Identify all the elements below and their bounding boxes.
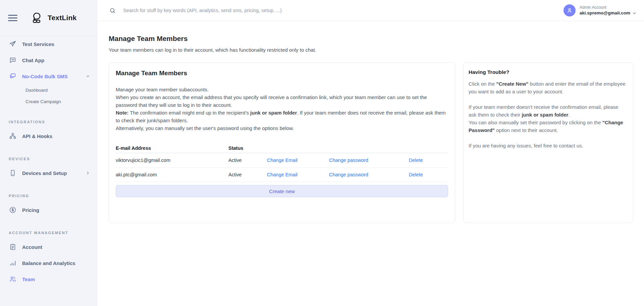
account-menu[interactable]: Admin Account aki.spremo@gmail.com: [564, 4, 637, 16]
help-text: option next to their account.: [495, 127, 558, 133]
sidebar-item-pricing[interactable]: Pricing: [0, 202, 97, 218]
chevron-right-icon: [86, 171, 90, 175]
search-icon: [109, 7, 116, 14]
sidebar-item-api-hooks[interactable]: API & Hooks: [0, 128, 97, 144]
hamburger-menu-icon[interactable]: [8, 13, 17, 23]
sidebar-item-chat-app[interactable]: Chat App: [0, 52, 97, 68]
sidebar-section-pricing: PRICING: [9, 194, 97, 200]
sidebar-item-account[interactable]: Account: [0, 239, 97, 255]
team-members-table: E-mail Address Status viktorvujicic1@gma…: [116, 143, 448, 182]
sidebar-item-label: Team: [22, 276, 35, 282]
sidebar-nav: Test Services Chat App No-Code Bulk SMS …: [0, 36, 97, 287]
card-paragraph: Note: The confirmation email might end u…: [116, 109, 448, 124]
sidebar-section-devices: DEVICES: [9, 157, 97, 163]
sidebar-subitem-create-campaign[interactable]: Create Campaign: [0, 96, 97, 107]
brand-logo[interactable]: TextLink: [31, 10, 76, 25]
team-icon: [9, 275, 17, 283]
chevron-down-icon: [86, 74, 90, 79]
avatar: [564, 4, 576, 16]
sitemap-icon: [9, 132, 17, 140]
help-bold-text: junk or spam folder: [522, 112, 568, 118]
note-label: Note:: [116, 110, 128, 116]
member-email: aki.ptc@gmail.com: [116, 172, 228, 177]
sidebar-subitem-dashboard[interactable]: Dashboard: [0, 84, 97, 96]
sidebar: TextLink Test Services Chat App No-Code …: [0, 0, 97, 306]
logo-row: TextLink: [0, 0, 97, 36]
sidebar-item-team[interactable]: Team: [0, 271, 97, 287]
account-role: Admin Account: [580, 5, 637, 10]
id-card-icon: [9, 243, 17, 251]
help-bold-text: "Create New": [496, 81, 529, 87]
search-bar: [109, 7, 564, 14]
main-content: Manage Team Members Your team members ca…: [97, 21, 644, 306]
change-email-link[interactable]: Change Email: [267, 158, 329, 163]
member-status: Active: [228, 172, 267, 177]
table-header-row: E-mail Address Status: [116, 143, 448, 153]
change-email-link[interactable]: Change Email: [267, 172, 329, 177]
help-body: Click on the "Create New" button and ent…: [469, 80, 626, 149]
member-email: viktorvujicic1@gmail.com: [116, 158, 228, 163]
card-paragraph: Alternatively, you can manually set the …: [116, 124, 448, 132]
help-paragraph: If you are having any issues, feel free …: [469, 142, 626, 149]
change-password-link[interactable]: Change password: [329, 172, 409, 177]
chat-bubble-icon: [9, 56, 17, 64]
column-header-email: E-mail Address: [116, 145, 228, 151]
sidebar-section-integrations: INTEGRATIONS: [9, 120, 97, 126]
create-new-button[interactable]: Create new: [116, 185, 448, 197]
column-header-status: Status: [228, 145, 267, 151]
note-text: The confirmation email might end up in t…: [128, 110, 250, 116]
help-title: Having Trouble?: [469, 69, 626, 75]
textlink-logo-icon: [31, 10, 44, 25]
dollar-circle-icon: [9, 206, 17, 214]
paper-plane-icon: [9, 40, 17, 48]
brand-name: TextLink: [48, 14, 76, 22]
sidebar-item-label: Chat App: [22, 57, 44, 63]
search-input[interactable]: [123, 8, 378, 13]
help-paragraph: If your team member doesn't receive the …: [469, 103, 626, 119]
table-row: viktorvujicic1@gmail.com Active Change E…: [116, 153, 448, 168]
member-status: Active: [228, 158, 267, 163]
help-paragraph: You can also manually set their password…: [469, 119, 626, 134]
chat-bubbles-icon: [9, 72, 17, 80]
sidebar-item-label: Devices and Setup: [22, 170, 67, 176]
help-text: Click on the: [469, 81, 496, 87]
delete-link[interactable]: Delete: [409, 172, 448, 177]
card-paragraph: When you create an account, the email ad…: [116, 93, 448, 109]
sidebar-subitem-label: Dashboard: [25, 88, 48, 93]
help-text: You can also manually set their password…: [469, 120, 602, 125]
page-subtitle: Your team members can log in to their ac…: [109, 47, 633, 53]
delete-link[interactable]: Delete: [409, 158, 448, 163]
topbar: Admin Account aki.spremo@gmail.com: [97, 0, 644, 21]
card-paragraph: Manage your team member subaccounts.: [116, 86, 448, 93]
card-description: Manage your team member subaccounts. Whe…: [116, 86, 448, 132]
team-members-card: Manage Team Members Manage your team mem…: [109, 62, 455, 223]
sidebar-item-label: Account: [22, 244, 42, 250]
change-password-link[interactable]: Change password: [329, 158, 409, 163]
sidebar-item-label: No-Code Bulk SMS: [22, 74, 68, 79]
note-bold-text: junk or spam folder: [250, 110, 297, 116]
sidebar-item-label: Balance and Analytics: [22, 260, 75, 266]
table-row: aki.ptc@gmail.com Active Change Email Ch…: [116, 168, 448, 182]
help-paragraph: Click on the "Create New" button and ent…: [469, 80, 626, 95]
account-email: aki.spremo@gmail.com: [580, 10, 630, 16]
card-title: Manage Team Members: [116, 70, 448, 77]
sidebar-subitem-label: Create Campaign: [25, 99, 61, 104]
chevron-down-icon: [632, 11, 637, 15]
help-text: .: [569, 112, 570, 118]
sidebar-item-label: API & Hooks: [22, 133, 52, 139]
smartphone-icon: [9, 169, 17, 177]
having-trouble-card: Having Trouble? Click on the "Create New…: [463, 62, 633, 223]
sidebar-section-account-management: ACCOUNT MANAGEMENT: [9, 231, 97, 237]
bar-chart-icon: [9, 259, 17, 267]
sidebar-item-label: Pricing: [22, 207, 39, 213]
page-title: Manage Team Members: [109, 35, 633, 43]
sidebar-item-no-code-bulk-sms[interactable]: No-Code Bulk SMS: [0, 68, 97, 84]
sidebar-item-test-services[interactable]: Test Services: [0, 36, 97, 52]
sidebar-item-balance-analytics[interactable]: Balance and Analytics: [0, 255, 97, 271]
sidebar-item-devices-setup[interactable]: Devices and Setup: [0, 165, 97, 181]
sidebar-item-label: Test Services: [22, 41, 54, 47]
